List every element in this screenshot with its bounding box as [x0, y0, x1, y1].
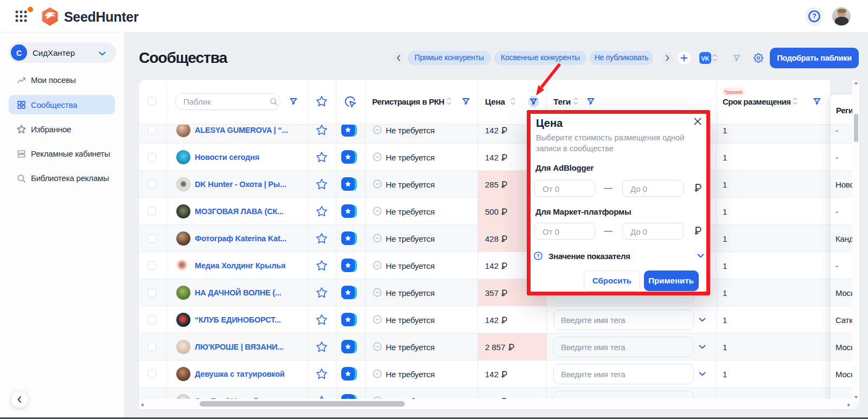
svg-text:?: ?	[812, 12, 816, 20]
